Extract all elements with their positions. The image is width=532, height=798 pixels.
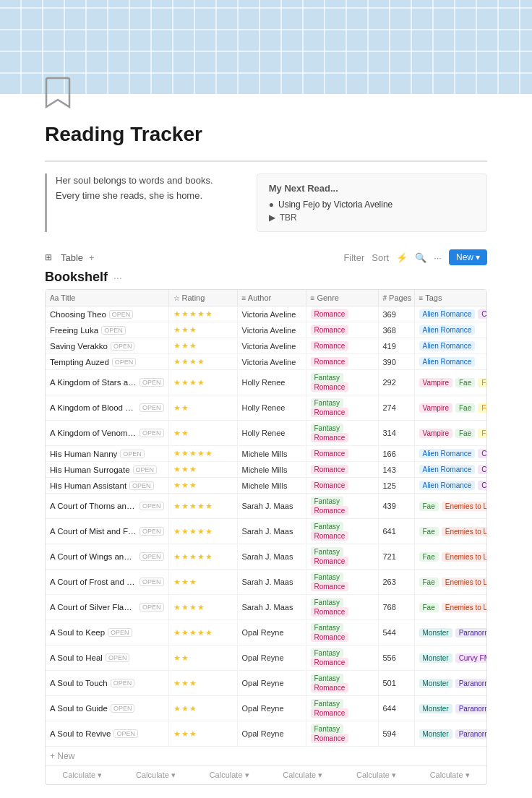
add-row-button[interactable]: + New bbox=[46, 747, 486, 765]
quote-block: Her soul belongs to words and books. Eve… bbox=[45, 173, 228, 232]
row-title: A Court of Wings and Ruin bbox=[50, 552, 137, 561]
calculate-title[interactable]: Calculate ▾ bbox=[56, 769, 108, 781]
row-author: Opal Reyne bbox=[242, 653, 284, 662]
tag-badge: Enemies to Lovers bbox=[442, 578, 487, 587]
table-row[interactable]: A Soul to TouchOPEN★★★Opal ReyneFantasyR… bbox=[46, 671, 487, 696]
tag-badge: Curvy FMC bbox=[478, 481, 487, 490]
table-row[interactable]: A Kingdom of Venom and VowsOPEN★★Holly R… bbox=[46, 421, 487, 446]
table-row[interactable]: A Soul to HealOPEN★★Opal ReyneFantasyRom… bbox=[46, 645, 487, 671]
genre-badge: Fantasy bbox=[311, 572, 344, 582]
row-pages: 390 bbox=[383, 358, 396, 366]
more-options-icon[interactable]: ··· bbox=[434, 252, 442, 263]
calculate-pages[interactable]: Calculate ▾ bbox=[351, 769, 402, 781]
genre-badge: Fantasy bbox=[311, 724, 344, 734]
calculate-row: Calculate ▾ Calculate ▾ Calculate ▾ Calc… bbox=[46, 765, 486, 784]
row-rating: ★★★★★ bbox=[173, 552, 213, 561]
col-header-author[interactable]: ≡ Author bbox=[237, 290, 306, 306]
table-row[interactable]: A Court of Frost and StarlightOPEN★★★Sar… bbox=[46, 570, 487, 595]
row-author: Holly Renee bbox=[242, 429, 286, 437]
tag-badge: Fae bbox=[419, 603, 439, 612]
tag-badge: Fae bbox=[455, 378, 475, 387]
row-pages: 143 bbox=[383, 466, 396, 474]
toolbar-right: Filter Sort ⚡ 🔍 ··· New ▾ bbox=[343, 249, 487, 265]
row-rating: ★★★ bbox=[173, 465, 197, 473]
table-row[interactable]: A Soul to KeepOPEN★★★★★Opal ReyneFantasy… bbox=[46, 620, 487, 645]
row-pages: 641 bbox=[383, 527, 396, 536]
open-badge: OPEN bbox=[140, 552, 164, 561]
bookshelf-table: Aa Title ☆ Rating ≡ Author ≡ Genre # Pag… bbox=[46, 290, 487, 747]
col-header-title[interactable]: Aa Title bbox=[46, 290, 168, 306]
col-header-genre[interactable]: ≡ Genre bbox=[306, 290, 378, 306]
row-rating: ★★★★★ bbox=[173, 502, 213, 510]
tag-badge: Curvy FMC bbox=[455, 653, 487, 663]
col-header-rating[interactable]: ☆ Rating bbox=[168, 290, 237, 306]
table-row[interactable]: Tempting AuzedOPEN★★★★Victoria AvelineRo… bbox=[46, 354, 487, 370]
new-button[interactable]: New ▾ bbox=[449, 249, 487, 265]
row-pages: 314 bbox=[383, 429, 396, 437]
table-row[interactable]: A Soul to ReviveOPEN★★★Opal ReyneFantasy… bbox=[46, 721, 487, 747]
table-row[interactable]: Choosing TheoOPEN★★★★★Victoria AvelineRo… bbox=[46, 306, 487, 322]
calculate-tags[interactable]: Calculate ▾ bbox=[424, 769, 476, 781]
table-row[interactable]: His Human NannyOPEN★★★★★Michele MillsRom… bbox=[46, 446, 487, 462]
row-pages: 125 bbox=[383, 481, 396, 490]
col-header-tags[interactable]: ≡ Tags bbox=[414, 290, 487, 306]
table-row[interactable]: A Court of Mist and FuryOPEN★★★★★Sarah J… bbox=[46, 519, 487, 544]
table-row[interactable]: A Kingdom of Blood and BetrayalOPEN★★Hol… bbox=[46, 395, 487, 421]
add-view-icon[interactable]: + bbox=[89, 252, 95, 263]
tag-badge: Fae bbox=[419, 552, 439, 562]
row-rating: ★★★★★ bbox=[173, 449, 213, 458]
row-author: Sarah J. Maas bbox=[242, 578, 293, 586]
table-row[interactable]: Saving VerakkoOPEN★★★Victoria AvelineRom… bbox=[46, 338, 487, 354]
tbr-label: TBR bbox=[280, 213, 297, 223]
open-badge: OPEN bbox=[140, 429, 164, 437]
table-label[interactable]: Table bbox=[61, 252, 83, 263]
table-row[interactable]: A Court of Silver FlamesOPEN★★★★Sarah J.… bbox=[46, 595, 487, 620]
calculate-rating[interactable]: Calculate ▾ bbox=[130, 769, 181, 781]
tag-badge: Fated bbox=[478, 403, 487, 413]
genre-badge: Fantasy bbox=[311, 623, 344, 632]
open-badge: OPEN bbox=[111, 342, 135, 351]
row-author: Sarah J. Maas bbox=[242, 603, 293, 612]
open-badge: OPEN bbox=[140, 603, 164, 612]
table-row[interactable]: A Court of Wings and RuinOPEN★★★★★Sarah … bbox=[46, 544, 487, 570]
genre-badge: Romance bbox=[311, 465, 349, 474]
lightning-icon[interactable]: ⚡ bbox=[396, 252, 408, 263]
bookshelf-more-icon[interactable]: ··· bbox=[113, 272, 122, 283]
row-author: Opal Reyne bbox=[242, 679, 284, 687]
row-title: A Court of Thorns and Roses bbox=[50, 502, 137, 510]
calculate-author[interactable]: Calculate ▾ bbox=[204, 769, 255, 781]
row-pages: 768 bbox=[383, 603, 396, 612]
row-rating: ★★★ bbox=[173, 704, 197, 713]
table-row[interactable]: Freeing LukaOPEN★★★Victoria AvelineRoman… bbox=[46, 322, 487, 338]
tag-badge: Paranormal bbox=[455, 704, 487, 713]
search-icon[interactable]: 🔍 bbox=[415, 252, 426, 263]
table-row[interactable]: His Human SurrogateOPEN★★★Michele MillsR… bbox=[46, 462, 487, 478]
row-author: Holly Renee bbox=[242, 378, 286, 387]
tag-badge: Fated bbox=[478, 429, 487, 438]
open-badge: OPEN bbox=[112, 358, 137, 366]
table-row[interactable]: A Court of Thorns and RosesOPEN★★★★★Sara… bbox=[46, 494, 487, 519]
bullet-icon: ● bbox=[269, 200, 274, 210]
genre-badge: Romance bbox=[311, 408, 349, 417]
table-row[interactable]: A Kingdom of Stars and ShadowsOPEN★★★★Ho… bbox=[46, 370, 487, 395]
row-title: A Soul to Keep bbox=[50, 628, 105, 637]
tag-badge: Curvy FMC bbox=[478, 449, 487, 458]
next-read-block: My Next Read... ● Using Fejo by Victoria… bbox=[257, 173, 487, 232]
table-toolbar: ⊞ Table + Filter Sort ⚡ 🔍 ··· New ▾ bbox=[45, 249, 487, 265]
row-title: Tempting Auzed bbox=[50, 358, 109, 366]
genre-badge: Romance bbox=[311, 357, 349, 366]
genre-badge: Fantasy bbox=[311, 699, 344, 708]
sort-button[interactable]: Sort bbox=[372, 252, 389, 263]
calculate-genre[interactable]: Calculate ▾ bbox=[277, 769, 328, 781]
open-badge: OPEN bbox=[133, 466, 158, 474]
row-rating: ★★★ bbox=[173, 578, 197, 586]
tag-badge: Fae bbox=[455, 403, 475, 413]
row-title: A Soul to Heal bbox=[50, 653, 103, 662]
genre-badge: Romance bbox=[311, 449, 349, 458]
col-header-pages[interactable]: # Pages bbox=[378, 290, 414, 306]
table-row[interactable]: His Human AssistantOPEN★★★Michele MillsR… bbox=[46, 478, 487, 494]
filter-button[interactable]: Filter bbox=[343, 252, 364, 263]
row-author: Opal Reyne bbox=[242, 704, 284, 713]
row-title: A Soul to Touch bbox=[50, 679, 108, 687]
table-row[interactable]: A Soul to GuideOPEN★★★Opal ReyneFantasyR… bbox=[46, 696, 487, 721]
